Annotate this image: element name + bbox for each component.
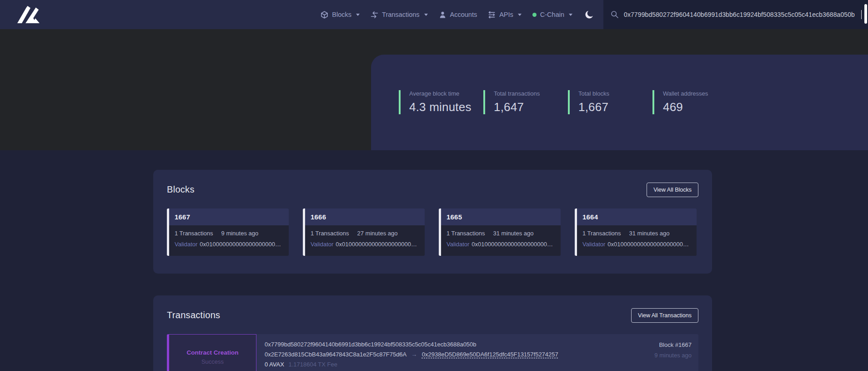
main-content: Blocks View All Blocks 1667 1 Transactio… <box>0 150 868 371</box>
validator-hash: 0x01000000000000000000000000000000000000… <box>607 241 690 248</box>
to-address-link[interactable]: 0x2938eD5D869e50DA6f125dfc45F13157f52742… <box>422 351 558 358</box>
main-nav: Blocks Transactions Accounts A <box>321 9 603 20</box>
chevron-down-icon <box>356 14 360 16</box>
nav-item-label: Accounts <box>450 11 477 18</box>
stats-row: Average block time 4.3 minutes Total tra… <box>371 55 868 114</box>
theme-toggle-button[interactable] <box>584 9 595 20</box>
transaction-fee: 1.1718604 TX Fee <box>289 361 337 368</box>
transaction-age: 9 minutes ago <box>654 352 692 359</box>
block-number[interactable]: 1667 <box>169 208 289 225</box>
text-caret <box>861 10 862 19</box>
block-tx-count: 1 Transactions <box>175 230 213 237</box>
transaction-details: 0x7799bd580272f9604140b6991d3bb6c19924bf… <box>256 334 558 371</box>
person-icon <box>439 11 447 19</box>
block-card[interactable]: 1665 1 Transactions 31 minutes ago Valid… <box>439 208 561 256</box>
view-all-blocks-button[interactable]: View All Blocks <box>647 183 698 197</box>
block-age: 31 minutes ago <box>493 230 534 237</box>
block-card-body: 1 Transactions 31 minutes ago Validator … <box>441 225 561 256</box>
block-number[interactable]: 1665 <box>441 208 561 225</box>
validator-hash: 0x01000000000000000000000000000000000000… <box>336 241 418 248</box>
transaction-meta: Block #1667 9 minutes ago <box>654 334 698 371</box>
blocks-panel: Blocks View All Blocks 1667 1 Transactio… <box>153 170 712 274</box>
search-bar <box>603 0 868 29</box>
hero-section: Average block time 4.3 minutes Total tra… <box>0 29 868 150</box>
search-input[interactable] <box>624 11 859 18</box>
stat-value: 1,647 <box>494 100 568 114</box>
transaction-block-link[interactable]: Block #1667 <box>654 341 692 348</box>
block-age: 31 minutes ago <box>629 230 670 237</box>
stat-total-blocks: Total blocks 1,667 <box>568 90 652 114</box>
arrow-right-icon: → <box>411 351 417 358</box>
from-address: 0x2E7263d815CbB43a9647843C8a1e2F5c87F75d… <box>265 351 406 358</box>
block-age: 9 minutes ago <box>221 230 259 237</box>
green-dot-icon <box>532 13 537 17</box>
stat-total-transactions: Total transactions 1,647 <box>483 90 568 114</box>
validator-label: Validator <box>311 241 333 248</box>
nav-item-label: Blocks <box>332 11 351 18</box>
search-icon <box>611 10 619 19</box>
nav-item-accounts[interactable]: Accounts <box>439 11 477 19</box>
block-cards-row: 1667 1 Transactions 9 minutes ago Valida… <box>167 208 698 256</box>
sliders-icon <box>488 11 496 19</box>
validator-label: Validator <box>447 241 469 248</box>
scrollbar-thumb[interactable] <box>864 4 867 24</box>
block-tx-count: 1 Transactions <box>447 230 485 237</box>
block-number[interactable]: 1664 <box>577 208 697 225</box>
moon-icon <box>585 10 594 19</box>
chevron-down-icon <box>424 14 428 16</box>
block-card-body: 1 Transactions 9 minutes ago Validator 0… <box>169 225 289 256</box>
avalanche-logo[interactable] <box>17 6 44 23</box>
block-card[interactable]: 1666 1 Transactions 27 minutes ago Valid… <box>303 208 425 256</box>
block-tx-count: 1 Transactions <box>582 230 621 237</box>
nav-item-c-chain[interactable]: C-Chain <box>532 11 572 18</box>
nav-item-blocks[interactable]: Blocks <box>321 11 360 19</box>
transaction-value: 0 AVAX <box>265 361 284 368</box>
transaction-amount: 0 AVAX 1.1718604 TX Fee <box>265 361 558 368</box>
nav-item-label: APIs <box>499 11 513 18</box>
transaction-type-badge: Contract Creation Success <box>167 334 256 371</box>
validator-label: Validator <box>175 241 197 248</box>
validator-hash: 0x01000000000000000000000000000000000000… <box>200 241 282 248</box>
chevron-down-icon <box>518 14 522 16</box>
block-card-body: 1 Transactions 27 minutes ago Validator … <box>305 225 425 256</box>
stat-value: 469 <box>663 100 737 114</box>
stat-wallet-addresses: Wallet addresses 469 <box>652 90 737 114</box>
block-tx-count: 1 Transactions <box>311 230 349 237</box>
stat-average-block-time: Average block time 4.3 minutes <box>399 90 483 114</box>
stat-label: Wallet addresses <box>663 90 737 97</box>
stats-panel: Average block time 4.3 minutes Total tra… <box>371 55 868 150</box>
nav-item-label: Transactions <box>382 11 419 18</box>
blocks-title: Blocks <box>167 184 195 195</box>
stat-label: Total blocks <box>578 90 652 97</box>
transactions-title: Transactions <box>167 310 220 320</box>
cube-icon <box>321 11 328 19</box>
nav-item-apis[interactable]: APIs <box>488 11 522 19</box>
transactions-panel: Transactions View All Transactions Contr… <box>153 295 712 371</box>
transaction-addresses: 0x2E7263d815CbB43a9647843C8a1e2F5c87F75d… <box>265 351 558 358</box>
transaction-row[interactable]: Contract Creation Success 0x7799bd580272… <box>167 334 698 371</box>
view-all-transactions-button[interactable]: View All Transactions <box>631 308 698 323</box>
blocks-panel-header: Blocks View All Blocks <box>167 183 698 197</box>
validator-label: Validator <box>582 241 605 248</box>
transfer-arrows-icon <box>371 11 378 19</box>
stat-value: 4.3 minutes <box>409 100 483 114</box>
validator-hash: 0x01000000000000000000000000000000000000… <box>472 241 554 248</box>
stat-label: Total transactions <box>494 90 568 97</box>
stat-label: Average block time <box>409 90 483 97</box>
block-age: 27 minutes ago <box>357 230 398 237</box>
nav-item-label: C-Chain <box>540 11 564 18</box>
transaction-status: Success <box>201 358 224 365</box>
block-card[interactable]: 1664 1 Transactions 31 minutes ago Valid… <box>575 208 697 256</box>
nav-item-transactions[interactable]: Transactions <box>371 11 427 19</box>
navbar: Blocks Transactions Accounts A <box>0 0 868 29</box>
stat-value: 1,667 <box>578 100 652 114</box>
block-card-body: 1 Transactions 31 minutes ago Validator … <box>577 225 697 256</box>
transactions-panel-header: Transactions View All Transactions <box>167 308 698 322</box>
chevron-down-icon <box>569 14 572 16</box>
block-number[interactable]: 1666 <box>305 208 425 225</box>
block-card[interactable]: 1667 1 Transactions 9 minutes ago Valida… <box>167 208 289 256</box>
transaction-hash: 0x7799bd580272f9604140b6991d3bb6c19924bf… <box>265 341 558 348</box>
transaction-type: Contract Creation <box>186 349 238 356</box>
